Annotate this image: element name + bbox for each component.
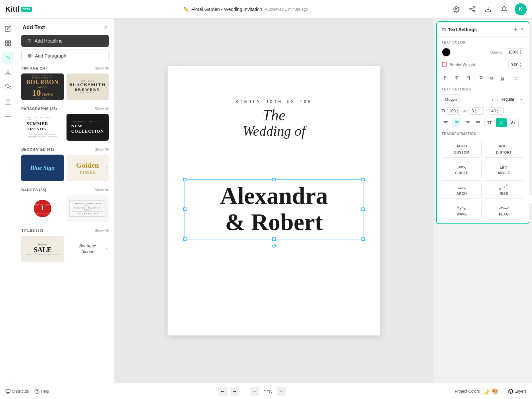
nav-prev-button[interactable]: ← <box>218 387 227 396</box>
transform-custom[interactable]: ABCD CUSTOM <box>442 139 482 158</box>
font-size-box[interactable]: 189 ▲ ▼ <box>447 107 461 115</box>
template-new-collection[interactable]: INTRODUCING OUR NEW COLLECTION › <box>66 114 109 141</box>
zoom-in-button[interactable]: + <box>277 387 286 396</box>
transform-distort[interactable]: ABC DISTORT <box>484 139 524 158</box>
close-panel-button[interactable]: × <box>520 26 524 33</box>
sidebar-item-person[interactable] <box>2 66 14 78</box>
font-size-up[interactable]: ▲ <box>456 109 459 111</box>
avatar[interactable]: K <box>515 3 527 15</box>
transform-wave[interactable]: W A V E WAVE <box>442 201 482 219</box>
font-size-value: 189 <box>449 109 456 113</box>
align-top[interactable] <box>476 73 486 83</box>
shortcuts-button[interactable]: Shortcuts <box>5 389 29 394</box>
add-headline-button[interactable]: Add Headline <box>21 35 109 47</box>
tracking-down[interactable]: ▼ <box>474 111 477 113</box>
nav-next-button[interactable]: → <box>230 387 239 396</box>
distribute-icon[interactable] <box>511 73 521 83</box>
transform-arch[interactable]: ARCH ARCH <box>442 180 482 199</box>
category-badges: BADGES (55) Show All DISTILLING 1 PREMIU… <box>21 188 109 222</box>
transform-flag[interactable]: FL FLAG <box>484 201 524 219</box>
text-format-fi-btn[interactable]: fi <box>496 118 507 127</box>
handle-tm[interactable] <box>272 178 276 181</box>
opacity-down[interactable]: ▼ <box>519 52 522 55</box>
show-all-paragraphs[interactable]: Show All <box>95 107 109 111</box>
align-top-left[interactable] <box>442 73 451 83</box>
show-all-decorated[interactable]: Show All <box>95 147 109 151</box>
template-blacksmith[interactable]: EST. 1999 BLACKSMITH BREWERY OTTAWA › <box>66 73 109 100</box>
align-left-btn[interactable] <box>442 118 451 127</box>
sidebar-item-grid[interactable] <box>2 110 14 122</box>
align-vertical-center[interactable] <box>487 73 496 83</box>
sidebar-item-text[interactable]: Tt <box>2 52 14 64</box>
sidebar-item-upload[interactable] <box>2 81 14 93</box>
color-swatch[interactable] <box>442 48 451 57</box>
help-button[interactable]: Help <box>34 389 49 394</box>
template-golden-times[interactable]: Golden TIMES › <box>66 155 109 181</box>
border-value-box[interactable]: 0.00 ▲ ▼ <box>508 61 524 69</box>
font-size-item: Tt 189 ▲ ▼ <box>442 107 461 115</box>
sidebar-item-edit[interactable] <box>2 23 14 35</box>
sidebar-item-templates[interactable] <box>2 37 14 49</box>
handle-mr[interactable] <box>361 207 365 211</box>
template-boutique[interactable]: BoutiqueAmour › <box>66 236 109 262</box>
zoom-out-button[interactable]: − <box>250 387 259 396</box>
line-height-down[interactable]: ▼ <box>496 111 499 113</box>
canvas-wrapper[interactable]: KINDLY JOIN US FOR The Wedding of <box>168 66 380 335</box>
project-title[interactable]: Floral Garden - Wedding Invitation <box>192 7 262 12</box>
rotate-handle[interactable]: ↺ <box>272 242 277 250</box>
template-summer-sale[interactable]: Summer SALE FURNITURE AND HOME DECOR <box>21 236 64 262</box>
align-horizontal-center[interactable] <box>452 73 462 83</box>
show-all-badges[interactable]: Show All <box>95 188 109 192</box>
align-justify-btn[interactable] <box>473 118 483 127</box>
transform-distort-preview: ABC <box>499 143 509 149</box>
align-right-btn[interactable] <box>463 118 472 127</box>
border-down[interactable]: ▼ <box>519 65 522 67</box>
template-summer-trends[interactable]: INTRODUCING OUR SUMMER TRENDS Lorem ipsu… <box>21 114 64 141</box>
font-size-down[interactable]: ▼ <box>456 111 459 113</box>
template-bourbon[interactable]: HANDCRAFTED FINEST BLEND BOURBON AGED 10… <box>21 73 64 100</box>
transform-circle[interactable]: CIR CIRCLE <box>442 160 482 178</box>
settings-icon[interactable] <box>451 4 462 15</box>
line-height-up[interactable]: ▲ <box>496 109 499 111</box>
layers-button[interactable]: Layers <box>508 389 527 394</box>
sidebar-item-camera[interactable] <box>2 96 14 108</box>
share-icon[interactable] <box>467 4 477 15</box>
handle-tl[interactable] <box>183 178 187 181</box>
text-format-aa-btn[interactable]: A+ <box>508 118 519 127</box>
handle-bm[interactable] <box>272 237 276 241</box>
svg-text:ABC: ABC <box>499 165 507 170</box>
handle-tr[interactable] <box>361 178 365 181</box>
bell-icon[interactable] <box>499 4 509 15</box>
transform-wave-preview: W A V E <box>457 204 467 211</box>
text-format-tt-btn[interactable]: TT <box>484 118 495 127</box>
selection-box[interactable]: ↺ Alexandra & Robert <box>185 179 363 239</box>
show-all-titles[interactable]: Show All <box>95 228 109 232</box>
align-center-btn[interactable] <box>452 118 462 127</box>
style-select[interactable]: Regular Bold Italic <box>497 95 524 104</box>
download-icon[interactable] <box>483 4 493 15</box>
opacity-value-box[interactable]: 100% ▲ ▼ <box>506 48 524 56</box>
align-bottom[interactable] <box>498 73 507 83</box>
handle-ml[interactable] <box>183 207 187 211</box>
transform-angle[interactable]: ABC ANGLE <box>484 160 524 178</box>
transform-rise[interactable]: R I S E RISE <box>484 180 524 199</box>
tracking-up[interactable]: ▲ <box>474 109 477 111</box>
show-all-vintage[interactable]: Show All <box>95 66 109 70</box>
magic-wand-icon[interactable]: ✦ <box>513 26 518 33</box>
project-colors-moon-icon[interactable]: 🌙 <box>482 388 489 394</box>
template-blue-sign[interactable]: Blue Sign <box>21 155 64 181</box>
line-height-box[interactable]: 40 ▲ ▼ <box>489 107 504 115</box>
template-badge-label[interactable]: Ingredients: water, barley malt, hops, y… <box>66 195 109 222</box>
template-badge-circle[interactable]: DISTILLING 1 PREMIUM QUALITY <box>21 195 64 222</box>
font-select[interactable]: Mogan <box>442 94 460 104</box>
close-button[interactable]: × <box>104 24 107 31</box>
panel-scroll: VINTAGE (14) Show All HANDCRAFTED FINEST… <box>16 66 114 383</box>
handle-bl[interactable] <box>183 237 187 241</box>
handle-br[interactable] <box>361 237 365 241</box>
project-colors-palette-icon[interactable]: 🎨 <box>492 388 498 394</box>
svg-point-14 <box>8 116 8 117</box>
tracking-box[interactable]: 0 ▲ ▼ <box>469 107 484 115</box>
add-paragraph-button[interactable]: Add Paragraph <box>21 50 109 62</box>
border-row: Border Weight 0.00 ▲ ▼ <box>442 61 524 69</box>
align-top-right[interactable] <box>463 73 472 83</box>
